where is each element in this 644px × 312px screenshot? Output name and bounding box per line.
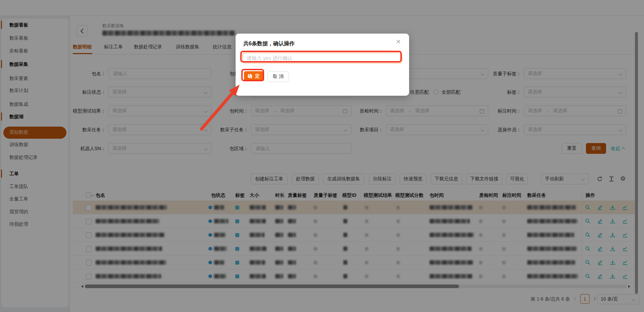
confirm-modal: 共6条数据，确认操作 × 确 定 取 消 [236, 34, 409, 96]
modal-title: 共6条数据，确认操作 [243, 40, 295, 47]
confirm-ok-button[interactable]: 确 定 [244, 71, 264, 81]
close-icon[interactable]: × [396, 38, 401, 46]
confirm-cancel-button[interactable]: 取 消 [267, 71, 289, 82]
app-root: { "topbar": { "logo": {"primary": "GALAX… [0, 0, 644, 312]
confirm-input[interactable] [243, 53, 402, 63]
